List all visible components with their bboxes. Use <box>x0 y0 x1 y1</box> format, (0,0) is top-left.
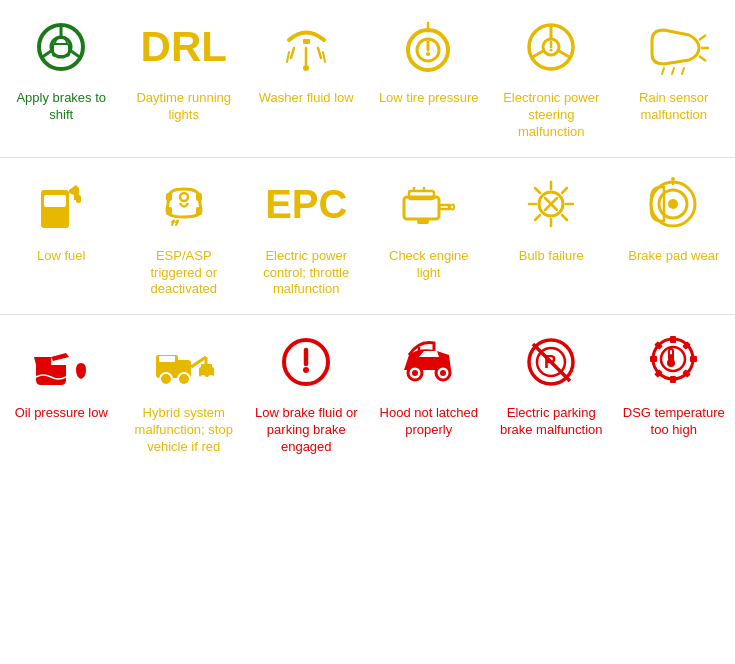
svg-rect-89 <box>670 376 676 383</box>
icon-bulb-failure <box>524 170 579 240</box>
cell-oil-pressure: Oil pressure low <box>0 315 123 472</box>
svg-point-26 <box>550 48 553 51</box>
epc-text: EPC <box>265 182 347 227</box>
svg-point-79 <box>412 370 418 376</box>
icon-hood <box>399 327 459 397</box>
cell-brake-pad: Brake pad wear <box>613 158 736 315</box>
icon-parking-brake: P <box>524 327 579 397</box>
svg-line-54 <box>535 215 540 220</box>
svg-line-29 <box>699 56 706 61</box>
label-bulb-failure: Bulb failure <box>519 248 584 265</box>
warning-lights-grid: Apply brakes to shift DRL Daytime runnin… <box>0 0 735 472</box>
svg-line-9 <box>318 48 321 58</box>
svg-point-61 <box>671 177 675 181</box>
icon-dsg-temp <box>646 327 701 397</box>
label-parking-brake: Electric parking brake malfunction <box>498 405 605 439</box>
svg-point-59 <box>668 199 678 209</box>
svg-rect-38 <box>166 207 172 215</box>
svg-rect-91 <box>690 356 697 362</box>
drl-text: DRL <box>141 23 227 71</box>
icon-brake-pad <box>646 170 701 240</box>
cell-apply-brakes: Apply brakes to shift <box>0 0 123 157</box>
label-hybrid: Hybrid system malfunction; stop vehicle … <box>131 405 238 456</box>
svg-rect-6 <box>303 39 310 44</box>
svg-point-80 <box>440 370 446 376</box>
svg-line-24 <box>559 51 571 58</box>
label-washer: Washer fluid low <box>259 90 354 107</box>
icon-epc: EPC <box>265 170 347 240</box>
svg-rect-64 <box>159 356 175 362</box>
svg-line-23 <box>531 51 543 58</box>
icon-hybrid <box>151 327 216 397</box>
svg-line-31 <box>672 68 674 74</box>
label-apply-brakes: Apply brakes to shift <box>8 90 115 124</box>
svg-line-30 <box>662 68 664 74</box>
svg-point-71 <box>200 375 206 381</box>
svg-rect-34 <box>44 195 66 207</box>
label-rain-sensor: Rain sensor malfunction <box>621 90 728 124</box>
svg-rect-90 <box>650 356 657 362</box>
svg-rect-36 <box>166 193 172 201</box>
cell-rain-sensor: Rain sensor malfunction <box>613 0 736 157</box>
svg-point-17 <box>426 52 430 56</box>
cell-parking-brake: P Electric parking brake malfunction <box>490 315 613 472</box>
label-power-steering: Electronic power steering malfunction <box>498 90 605 141</box>
svg-line-27 <box>699 35 706 40</box>
svg-rect-98 <box>670 354 672 362</box>
icon-esp <box>154 170 214 240</box>
cell-dsg-temp: DSG temperature too high <box>613 315 736 472</box>
svg-rect-88 <box>670 336 676 343</box>
cell-check-engine: Check engine light <box>368 158 491 315</box>
svg-rect-39 <box>196 207 202 215</box>
label-brake-pad: Brake pad wear <box>628 248 719 265</box>
label-check-engine: Check engine light <box>376 248 483 282</box>
icon-apply-brakes <box>31 12 91 82</box>
svg-line-32 <box>682 68 684 74</box>
svg-rect-35 <box>76 195 81 203</box>
label-low-fuel: Low fuel <box>37 248 85 265</box>
svg-line-3 <box>41 51 51 58</box>
label-dsg-temp: DSG temperature too high <box>621 405 728 439</box>
icon-rain-sensor <box>644 12 704 82</box>
icon-low-fuel <box>36 170 86 240</box>
icon-tire-pressure <box>401 12 456 82</box>
label-oil-pressure: Oil pressure low <box>15 405 108 422</box>
cell-esp: ESP/ASP triggered or deactivated <box>123 158 246 315</box>
label-epc: Electric power control; throttle malfunc… <box>253 248 360 299</box>
svg-line-52 <box>562 215 567 220</box>
svg-point-66 <box>178 373 190 385</box>
icon-check-engine <box>399 170 459 240</box>
cell-washer: Washer fluid low <box>245 0 368 157</box>
svg-point-75 <box>303 367 309 373</box>
svg-line-7 <box>291 48 294 58</box>
icon-power-steering <box>521 12 581 82</box>
cell-low-fuel: Low fuel <box>0 158 123 315</box>
label-drl: Daytime running lights <box>131 90 238 124</box>
label-tire-pressure: Low tire pressure <box>379 90 479 107</box>
cell-power-steering: Electronic power steering malfunction <box>490 0 613 157</box>
cell-bulb-failure: Bulb failure <box>490 158 613 315</box>
svg-point-65 <box>160 373 172 385</box>
svg-line-51 <box>535 188 540 193</box>
cell-hood: Hood not latched properly <box>368 315 491 472</box>
cell-low-brake: Low brake fluid or parking brake engaged <box>245 315 368 472</box>
svg-point-19 <box>427 29 430 32</box>
icon-washer <box>279 12 334 82</box>
label-low-brake: Low brake fluid or parking brake engaged <box>253 405 360 456</box>
cell-tire-pressure: Low tire pressure <box>368 0 491 157</box>
svg-line-11 <box>323 52 325 62</box>
label-hood: Hood not latched properly <box>376 405 483 439</box>
svg-line-4 <box>71 51 81 58</box>
svg-line-53 <box>562 188 567 193</box>
cell-epc: EPC Electric power control; throttle mal… <box>245 158 368 315</box>
svg-rect-70 <box>201 364 212 369</box>
cell-drl: DRL Daytime running lights <box>123 0 246 157</box>
svg-rect-41 <box>404 197 439 219</box>
svg-point-40 <box>180 193 188 201</box>
svg-line-10 <box>287 52 289 62</box>
icon-low-brake <box>279 327 334 397</box>
svg-point-12 <box>303 65 309 71</box>
cell-hybrid: Hybrid system malfunction; stop vehicle … <box>123 315 246 472</box>
label-esp: ESP/ASP triggered or deactivated <box>131 248 238 299</box>
svg-rect-42 <box>409 191 434 199</box>
